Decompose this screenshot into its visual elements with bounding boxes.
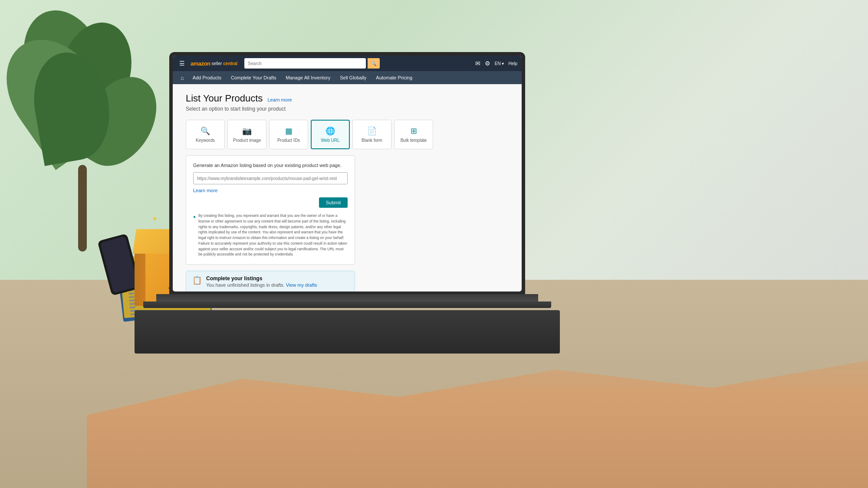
- top-navbar: ☰ amazon seller central 🔍 ✉ ⚙: [173, 56, 522, 71]
- laptop-hinge: [143, 301, 551, 308]
- banner-text: You have unfinished listings in drafts.: [206, 282, 285, 288]
- banner-title: Complete your listings: [206, 275, 317, 282]
- laptop-screen: ☰ amazon seller central 🔍 ✉ ⚙: [169, 52, 525, 295]
- product-image-tab[interactable]: 📷 Product image: [227, 120, 266, 149]
- blank-form-label: Blank form: [362, 138, 382, 143]
- web-url-label: Web URL: [321, 138, 339, 143]
- settings-icon[interactable]: ⚙: [485, 60, 490, 67]
- form-description: Generate an Amazon listing based on your…: [193, 163, 348, 168]
- search-button[interactable]: 🔍: [368, 58, 380, 69]
- nav-right-icons: ✉ ⚙ EN ▾ Help: [475, 60, 517, 67]
- web-url-form: Generate an Amazon listing based on your…: [186, 155, 355, 265]
- home-button[interactable]: ⌂: [177, 73, 187, 83]
- globe-icon: 🌐: [326, 126, 335, 136]
- central-text: central: [223, 61, 237, 66]
- title-learn-more-link[interactable]: Learn more: [267, 97, 292, 102]
- messages-icon[interactable]: ✉: [475, 60, 480, 67]
- laptop: ☰ amazon seller central 🔍 ✉ ⚙: [169, 52, 525, 356]
- product-image-label: Product image: [233, 138, 261, 143]
- form-learn-more-link[interactable]: Learn more: [193, 188, 348, 193]
- plant-stem: [78, 165, 87, 252]
- submit-button[interactable]: Submit: [319, 197, 348, 208]
- help-link[interactable]: Help: [508, 61, 517, 66]
- search-input[interactable]: [244, 58, 366, 69]
- disclaimer-bullet: ●: [193, 213, 196, 257]
- background: ✦ ✦ + ✦ ✦ + ↗ ☰ amazon seller: [0, 0, 868, 488]
- grid-icon: ⊞: [411, 126, 417, 136]
- laptop-keyboard: [135, 310, 560, 354]
- web-url-tab[interactable]: 🌐 Web URL: [311, 120, 350, 149]
- language-selector[interactable]: EN ▾: [495, 61, 504, 66]
- sparkle-icon: ✦: [152, 215, 158, 223]
- add-products-nav[interactable]: Add Products: [188, 73, 226, 82]
- camera-icon: 📷: [242, 126, 252, 136]
- page-title: List Your Products: [186, 93, 263, 104]
- product-ids-tab[interactable]: ▦ Product IDs: [269, 120, 308, 149]
- bulk-template-tab[interactable]: ⊞ Bulk template: [394, 120, 433, 149]
- banner-content: Complete your listings You have unfinish…: [206, 275, 317, 288]
- plant-decoration: [0, 0, 165, 260]
- search-icon: 🔍: [371, 61, 377, 66]
- amazon-seller-central-ui: ☰ amazon seller central 🔍 ✉ ⚙: [173, 56, 522, 291]
- keywords-tab[interactable]: 🔍 Keywords: [186, 120, 225, 149]
- main-content: List Your Products Learn more Select an …: [173, 84, 522, 291]
- manage-inventory-nav[interactable]: Manage All Inventory: [281, 73, 335, 82]
- barcode-icon: ▦: [285, 126, 293, 136]
- seller-text: seller: [211, 61, 222, 66]
- product-ids-label: Product IDs: [277, 138, 300, 143]
- listing-method-tabs: 🔍 Keywords 📷 Product image ▦ Product IDs: [186, 120, 509, 149]
- keywords-icon: 🔍: [201, 126, 210, 136]
- automate-pricing-nav[interactable]: Automate Pricing: [372, 73, 417, 82]
- page-subtitle: Select an option to start listing your p…: [186, 106, 509, 112]
- amazon-logo-text: amazon: [191, 60, 210, 67]
- url-input[interactable]: [193, 172, 348, 184]
- submit-row: Submit: [193, 197, 348, 208]
- disclaimer-text: ● By creating this listing, you represen…: [193, 213, 348, 257]
- hamburger-menu-icon[interactable]: ☰: [177, 60, 187, 67]
- blank-form-tab[interactable]: 📄 Blank form: [352, 120, 391, 149]
- keywords-label: Keywords: [196, 138, 215, 143]
- document-icon: 📄: [367, 126, 377, 136]
- page-title-row: List Your Products Learn more: [186, 93, 509, 104]
- sell-globally-nav[interactable]: Sell Globally: [335, 73, 371, 82]
- clipboard-icon: 📋: [192, 275, 202, 285]
- disclaimer-content: By creating this listing, you represent …: [198, 213, 348, 257]
- view-drafts-link[interactable]: View my drafts: [286, 282, 317, 288]
- screen-content: ☰ amazon seller central 🔍 ✉ ⚙: [173, 56, 522, 291]
- amazon-logo: amazon seller central: [191, 60, 237, 67]
- complete-listings-banner: 📋 Complete your listings You have unfini…: [186, 271, 355, 291]
- secondary-navbar: ⌂ Add Products Complete Your Drafts Mana…: [173, 71, 522, 84]
- bulk-template-label: Bulk template: [401, 138, 427, 143]
- complete-drafts-nav[interactable]: Complete Your Drafts: [227, 73, 281, 82]
